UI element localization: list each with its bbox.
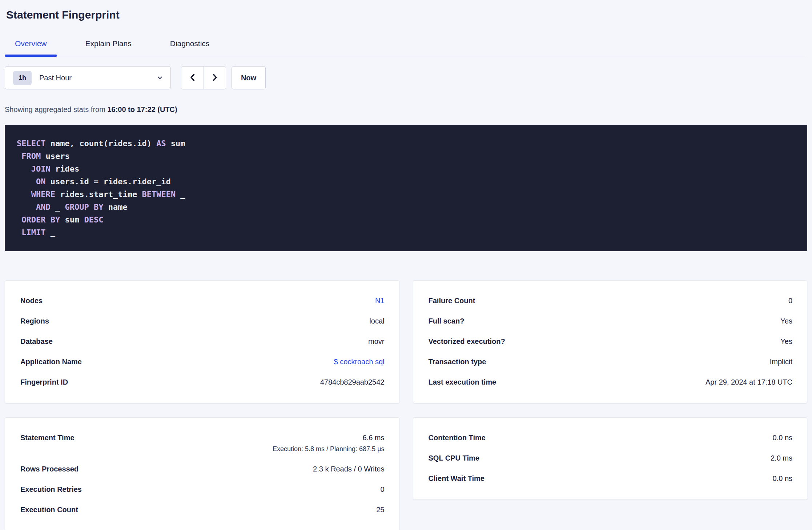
time-range-label: Past Hour [39,74,72,82]
sql-text: _ [51,202,65,212]
row-value: Implicit [770,358,792,366]
sql-text: users.id = rides.rider_id [45,177,170,186]
card-row: SQL CPU Time2.0 ms [429,454,793,462]
tabs: OverviewExplain PlansDiagnostics [5,39,238,56]
card-row: Regionslocal [20,317,385,325]
page-title: Statement Fingerprint [6,0,807,21]
sql-keyword: BETWEEN [142,190,176,199]
row-value: 0.0 ns [773,434,792,442]
tab-label: Overview [15,39,47,48]
row-label: Nodes [20,297,43,305]
card-statement-timing: Statement Time6.6 msExecution: 5.8 ms / … [5,417,399,530]
row-value: 6.6 ms [362,434,384,442]
tab-label: Explain Plans [85,39,132,48]
row-label: Failure Count [429,297,475,305]
sql-text: name [103,202,127,212]
chevron-right-icon [211,73,219,83]
sql-keyword: WHERE [31,190,55,199]
sql-text: sum [60,215,84,224]
row-label: Contention Time [429,434,486,442]
row-value: 0 [380,485,384,494]
sql-text [17,152,21,161]
row-value: Yes [780,337,792,346]
sql-line: JOIN rides [17,162,795,175]
row-label: Full scan? [429,317,465,325]
card-row: Statement Time6.6 ms [20,434,385,442]
aggregated-stats-summary: Showing aggregated stats from 16:00 to 1… [5,105,807,114]
card-row: Fingerprint ID4784cb829aab2542 [20,378,385,386]
sql-line: ORDER BY sum DESC [17,213,795,226]
row-label: Vectorized execution? [429,337,505,346]
sql-line: AND _ GROUP BY name [17,201,795,213]
card-row: Execution Retries0 [20,485,385,494]
active-tab-ink-bar [5,55,57,57]
sql-text: _ [45,228,55,237]
row-label: Last execution time [429,378,497,386]
card-statement-details: NodesN1RegionslocalDatabasemovrApplicati… [5,280,399,403]
tab-explain-plans[interactable]: Explain Plans [75,39,142,56]
sql-keyword: SELECT [17,139,45,148]
sql-text: sum [166,139,185,148]
sql-line: SELECT name, count(rides.id) AS sum [17,137,795,150]
sql-keyword: AND [36,202,51,212]
row-value-link[interactable]: N1 [375,297,385,305]
row-value: 25 [376,506,384,514]
time-range-select[interactable]: 1h Past Hour [5,66,171,89]
sql-keyword: ORDER BY [21,215,60,224]
sql-line: WHERE rides.start_time BETWEEN _ [17,188,795,201]
card-row: Rows Processed2.3 k Reads / 0 Writes [20,465,385,473]
sql-text [17,228,21,237]
prev-range-button[interactable] [181,67,204,89]
statement-fingerprint-page: Statement Fingerprint OverviewExplain Pl… [0,0,812,530]
next-range-button[interactable] [204,67,226,89]
card-row: Transaction typeImplicit [429,358,793,366]
chevron-down-icon [157,75,163,81]
row-value: 2.3 k Reads / 0 Writes [313,465,384,473]
summary-cards-grid: NodesN1RegionslocalDatabasemovrApplicati… [5,280,807,530]
sql-keyword: ON [36,177,46,186]
card-row: NodesN1 [20,297,385,305]
row-label: Statement Time [20,434,75,442]
card-row: Databasemovr [20,337,385,346]
card-row: Application Name$ cockroach sql [20,358,385,366]
row-label: Transaction type [429,358,486,366]
tabs-bar: OverviewExplain PlansDiagnostics [5,39,807,56]
card-wait-times: Contention Time0.0 nsSQL CPU Time2.0 msC… [413,417,808,500]
row-value-link[interactable]: $ cockroach sql [334,358,385,366]
sql-text [17,190,31,199]
row-value: 2.0 ms [771,454,792,462]
card-row: Last execution timeApr 29, 2024 at 17:18… [429,378,793,386]
row-value: Apr 29, 2024 at 17:18 UTC [706,378,792,386]
row-subvalue: Execution: 5.8 ms / Planning: 687.5 µs [273,445,385,453]
sql-text [17,177,36,186]
tab-label: Diagnostics [170,39,210,48]
row-label: Database [20,337,53,346]
sql-keyword: DESC [84,215,103,224]
row-label: Application Name [20,358,82,366]
tab-overview[interactable]: Overview [5,39,57,56]
row-value: 0 [788,297,792,305]
sql-statement-box: SELECT name, count(rides.id) AS sum FROM… [5,125,807,251]
sql-text [17,215,21,224]
card-row: Vectorized execution?Yes [429,337,793,346]
row-label: Regions [20,317,49,325]
sql-line: LIMIT _ [17,226,795,239]
card-row: Execution Count25 [20,506,385,514]
row-label: Rows Processed [20,465,79,473]
now-button[interactable]: Now [232,66,266,89]
row-value: local [369,317,384,325]
time-pager [181,66,226,89]
row-label: Execution Count [20,506,78,514]
sql-text: rides [51,164,79,173]
sql-keyword: LIMIT [21,228,45,237]
card-execution-attributes: Failure Count0Full scan?YesVectorized ex… [413,280,808,403]
time-toolbar: 1h Past Hour Now [5,66,807,89]
card-subrow: Execution: 5.8 ms / Planning: 687.5 µs [20,445,385,453]
sql-keyword: FROM [21,152,41,161]
card-row: Contention Time0.0 ns [429,434,793,442]
row-label: SQL CPU Time [429,454,479,462]
chevron-left-icon [189,73,197,83]
stats-summary-range: 16:00 to 17:22 (UTC) [107,105,177,113]
tab-diagnostics[interactable]: Diagnostics [160,39,220,56]
sql-line: FROM users [17,150,795,162]
